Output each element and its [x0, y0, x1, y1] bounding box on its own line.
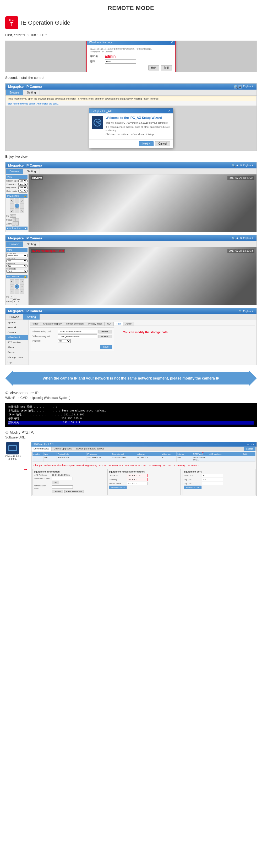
- subtab-roi[interactable]: ROI: [105, 322, 113, 326]
- stream-type-select[interactable]: Main stream: [18, 179, 28, 182]
- liveview2-icon-search[interactable]: 🔍: [232, 237, 235, 240]
- zoom-out-btn[interactable]: -: [16, 222, 19, 225]
- view2-color-select[interactable]: Fresh: [6, 270, 28, 273]
- menu-log[interactable]: Log: [5, 360, 28, 365]
- liveview-nav-browse-1[interactable]: Browse: [5, 168, 23, 174]
- storage-nav-setting[interactable]: Setting: [23, 314, 40, 320]
- ptz-btn-nw[interactable]: ↖: [10, 198, 14, 203]
- verification-input[interactable]: [52, 477, 73, 480]
- ptz2-btn-s[interactable]: ↓: [15, 289, 19, 294]
- storage-search-icon[interactable]: 🔍: [239, 310, 242, 312]
- format-select[interactable]: AVI: [58, 339, 71, 343]
- cam-nav-setting[interactable]: Setting: [23, 90, 40, 95]
- ptz-btn-sw[interactable]: ↙: [10, 209, 14, 213]
- iris-up-btn[interactable]: +: [10, 214, 13, 218]
- modify-network-btn[interactable]: Modify network: [109, 486, 126, 489]
- http-port-input[interactable]: [202, 482, 223, 485]
- ptz2-btn-e[interactable]: →: [20, 284, 24, 289]
- zoom2-out-btn[interactable]: -: [17, 304, 20, 305]
- liveview2-icon-record[interactable]: ⏺: [236, 237, 239, 240]
- ipwizard-tab-browse[interactable]: Device Browse: [31, 446, 52, 451]
- photo-path-input[interactable]: [58, 330, 97, 334]
- video-size-select[interactable]: Auto: [18, 183, 28, 186]
- menu-network[interactable]: Network: [5, 325, 28, 330]
- ipwizard-tab-upgrades[interactable]: Device Upgrades: [52, 446, 74, 451]
- ptz-btn-se[interactable]: ↘: [20, 209, 24, 213]
- ptz2-btn-w[interactable]: ←: [10, 284, 14, 289]
- ptz-btn-w[interactable]: ←: [10, 204, 14, 208]
- liveview2-nav-setting[interactable]: Setting: [23, 241, 40, 247]
- menu-alarm[interactable]: Alarm: [5, 345, 28, 350]
- color-mode-select[interactable]: Fresh: [18, 190, 28, 192]
- contact-btn[interactable]: Contact: [52, 490, 63, 493]
- setup-close-icon[interactable]: ✕: [168, 109, 171, 113]
- focus-down-btn[interactable]: -: [16, 218, 19, 222]
- menu-video-audio[interactable]: Video&Audio: [5, 335, 28, 340]
- liveview2-nav-browse[interactable]: Browse: [5, 241, 23, 247]
- ptz2-btn-sw[interactable]: ↙: [10, 289, 14, 294]
- menu-manage-users[interactable]: Manage Users: [5, 355, 28, 360]
- focus2-down-btn[interactable]: -: [17, 299, 20, 303]
- subtab-motion[interactable]: Motion detection: [64, 322, 86, 326]
- rtsp-port-input[interactable]: [202, 478, 223, 481]
- login-cancel-button[interactable]: 取消: [161, 65, 172, 70]
- ptz2-btn-nw[interactable]: ↖: [10, 279, 14, 284]
- setup-next-button[interactable]: Next >: [139, 141, 153, 146]
- ptz-btn-ne[interactable]: ↗: [20, 198, 24, 203]
- subtab-privacy[interactable]: Privacy mask: [86, 322, 105, 326]
- iris2-down-btn[interactable]: -: [14, 295, 17, 299]
- ipwizard-tab-params[interactable]: Device parameters derived: [74, 446, 107, 451]
- ptz2-btn-n[interactable]: ↑: [15, 279, 19, 284]
- storage-nav-browse[interactable]: Browse: [5, 314, 23, 320]
- login-ok-button[interactable]: 确定: [148, 65, 159, 70]
- video-port-input[interactable]: [202, 474, 223, 477]
- ptz-btn-center[interactable]: ●: [15, 204, 19, 208]
- gateway-input[interactable]: [127, 478, 148, 481]
- ipwizard-close-icon[interactable]: ✕: [252, 443, 254, 446]
- cam-icon-gear[interactable]: ⚙: [238, 85, 242, 89]
- liveview-language[interactable]: English ▼: [243, 164, 254, 167]
- iris-down-btn[interactable]: -: [13, 214, 16, 218]
- ptz-btn-n[interactable]: ↑: [15, 198, 19, 203]
- focus2-up-btn[interactable]: +: [12, 299, 17, 303]
- subtab-char[interactable]: Character display: [41, 322, 64, 326]
- menu-ptz[interactable]: PTZ function: [5, 340, 28, 345]
- clear-btn[interactable]: Clear Passwords: [64, 490, 84, 493]
- ptz2-btn-se[interactable]: ↘: [20, 289, 24, 294]
- subtab-audio[interactable]: Audio: [123, 322, 134, 326]
- subtab-path[interactable]: Path: [113, 322, 123, 326]
- auth-input[interactable]: [52, 485, 73, 489]
- device-id-input[interactable]: [127, 474, 148, 477]
- zoom-in-btn[interactable]: +: [12, 222, 16, 225]
- view2-stream-select[interactable]: Main stream: [6, 254, 28, 257]
- video-path-input[interactable]: [58, 335, 97, 338]
- cam-language[interactable]: English ▼: [243, 85, 254, 89]
- video-browse-btn[interactable]: Browse...: [98, 335, 112, 338]
- play-mode-select[interactable]: Real: [18, 186, 28, 189]
- cam-icon-search[interactable]: 🔍: [234, 85, 237, 89]
- view2-size-select[interactable]: Auto: [6, 259, 28, 262]
- iris2-up-btn[interactable]: +: [10, 295, 13, 299]
- liveview-icon-settings[interactable]: ⚙: [240, 164, 242, 167]
- menu-camera[interactable]: Camera: [5, 330, 28, 335]
- ptz-btn-e[interactable]: →: [20, 204, 24, 208]
- liveview-icon-search[interactable]: 🔍: [232, 164, 235, 167]
- zoom2-in-btn[interactable]: +: [12, 304, 16, 305]
- storage-lang[interactable]: English ▼: [243, 310, 254, 312]
- ptz2-btn-ne[interactable]: ↗: [20, 279, 24, 284]
- liveview-icon-record[interactable]: ⏺: [236, 164, 239, 167]
- download-link[interactable]: click here download control After instal…: [8, 102, 59, 105]
- get-btn[interactable]: Get: [52, 480, 59, 484]
- cam-nav-browse[interactable]: Browse: [5, 90, 23, 95]
- password-input[interactable]: [105, 59, 136, 64]
- login-dialog-close-icon[interactable]: ✕: [171, 40, 173, 44]
- ipwizard-minimize-icon[interactable]: ─: [247, 443, 249, 446]
- subnet-input[interactable]: [127, 482, 148, 485]
- subtab-video[interactable]: Video: [30, 322, 41, 326]
- ipwizard-maximize-icon[interactable]: □: [250, 443, 252, 446]
- liveview2-icon-settings[interactable]: ⚙: [240, 237, 242, 240]
- storage-save-btn[interactable]: Save: [100, 345, 112, 349]
- liveview-nav-setting-1[interactable]: Setting: [23, 168, 40, 174]
- focus-up-btn[interactable]: +: [12, 218, 16, 222]
- ptz2-btn-center[interactable]: ●: [15, 284, 19, 289]
